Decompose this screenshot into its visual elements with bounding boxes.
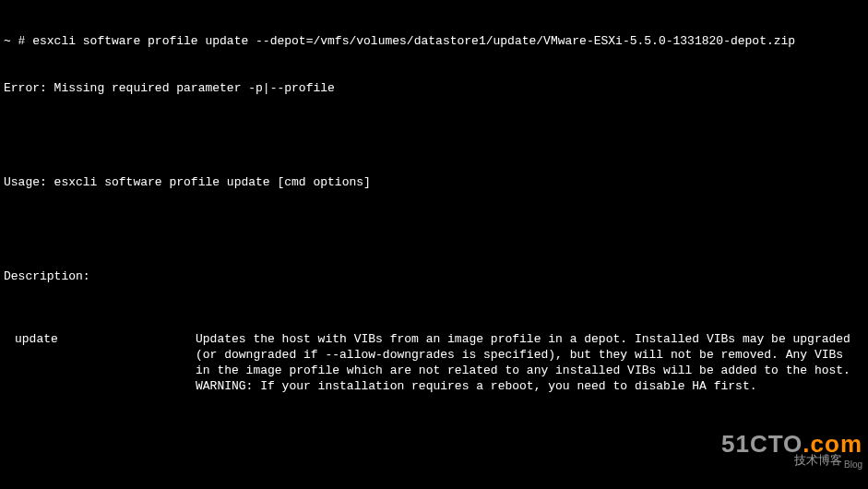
description-text: Updates the host with VIBs from an image…	[196, 331, 864, 394]
description-row: update Updates the host with VIBs from a…	[4, 331, 864, 394]
description-header: Description:	[4, 268, 864, 284]
error-line: Error: Missing required parameter -p|--p…	[4, 80, 864, 96]
blank	[4, 441, 864, 457]
command-line: ~ # esxcli software profile update --dep…	[4, 33, 864, 49]
usage-line: Usage: esxcli software profile update [c…	[4, 174, 864, 190]
blank	[4, 127, 864, 143]
description-name: update	[4, 331, 196, 394]
terminal-output: ~ # esxcli software profile update --dep…	[0, 0, 868, 489]
blank	[4, 221, 864, 237]
